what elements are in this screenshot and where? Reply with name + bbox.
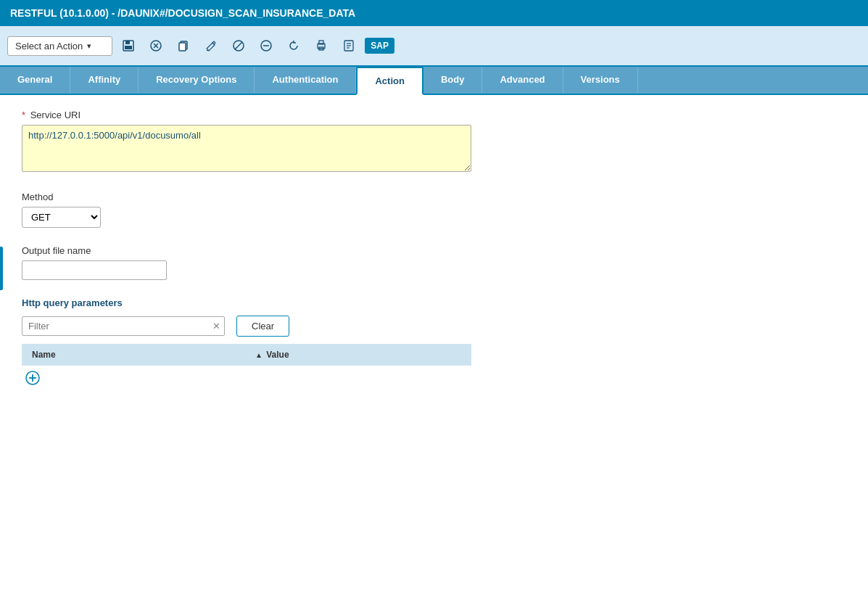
save-button[interactable] — [117, 36, 140, 56]
title-bar: RESTFUL (10.1.0.00) - /DAUNIX#/DOCUSIGN_… — [0, 0, 868, 26]
table-header-value[interactable]: ▲ Value — [247, 344, 471, 366]
http-query-group: Http query parameters ✕ Clear Name ▲ Val… — [22, 297, 846, 390]
clear-button[interactable]: Clear — [236, 316, 289, 337]
block-button[interactable] — [227, 36, 250, 56]
title-text: RESTFUL (10.1.0.00) - /DAUNIX#/DOCUSIGN_… — [10, 7, 355, 19]
required-star: * — [22, 110, 25, 120]
tab-versions[interactable]: Versions — [563, 67, 638, 94]
table-header-name[interactable]: Name — [22, 344, 247, 366]
refresh-button[interactable] — [282, 36, 305, 56]
table-header-row: Name ▲ Value — [22, 344, 471, 366]
output-file-input[interactable] — [22, 260, 167, 280]
main-content: * Service URI Method GETPOSTPUTDELETEPAT… — [0, 95, 868, 530]
svg-line-10 — [235, 42, 242, 49]
action-select-button[interactable]: Select an Action ▾ — [7, 36, 112, 56]
service-uri-label: * Service URI — [22, 110, 846, 120]
filter-clear-icon[interactable]: ✕ — [212, 321, 220, 332]
value-sort-arrow: ▲ — [255, 351, 263, 359]
output-file-group: Output file name — [22, 245, 846, 280]
delete-button[interactable] — [255, 36, 278, 56]
document-button[interactable] — [337, 36, 360, 56]
method-group: Method GETPOSTPUTDELETEPATCH — [22, 192, 846, 228]
tab-advanced[interactable]: Advanced — [482, 67, 563, 94]
svg-rect-2 — [125, 46, 132, 49]
left-accent — [0, 247, 3, 290]
svg-rect-7 — [179, 43, 186, 51]
tabs-bar: GeneralAffinityRecovery OptionsAuthentic… — [0, 67, 868, 95]
filter-input[interactable] — [22, 316, 225, 336]
service-uri-group: * Service URI — [22, 110, 846, 174]
service-uri-input[interactable] — [22, 125, 471, 172]
action-select-label: Select an Action — [15, 41, 83, 52]
filter-row: ✕ Clear — [22, 316, 846, 337]
tab-body[interactable]: Body — [423, 67, 483, 94]
copy-button[interactable] — [172, 36, 195, 56]
cancel-button[interactable] — [144, 36, 168, 56]
method-label: Method — [22, 192, 846, 202]
toolbar: Select an Action ▾ — [0, 26, 868, 67]
output-file-label: Output file name — [22, 245, 846, 256]
sap-button[interactable]: SAP — [365, 38, 394, 54]
print-button[interactable] — [310, 36, 333, 56]
filter-input-wrapper: ✕ — [22, 316, 225, 336]
tab-general[interactable]: General — [0, 67, 70, 94]
method-select[interactable]: GETPOSTPUTDELETEPATCH — [22, 207, 101, 228]
tab-authentication[interactable]: Authentication — [255, 67, 356, 94]
svg-rect-1 — [125, 41, 130, 44]
chevron-down-icon: ▾ — [87, 41, 91, 51]
tab-action[interactable]: Action — [356, 67, 423, 95]
tab-recovery-options[interactable]: Recovery Options — [139, 67, 255, 94]
tab-affinity[interactable]: Affinity — [70, 67, 139, 94]
http-query-label: Http query parameters — [22, 297, 846, 308]
add-row-button[interactable] — [22, 366, 44, 390]
query-parameters-table: Name ▲ Value — [22, 344, 471, 366]
edit-button[interactable] — [199, 36, 223, 56]
